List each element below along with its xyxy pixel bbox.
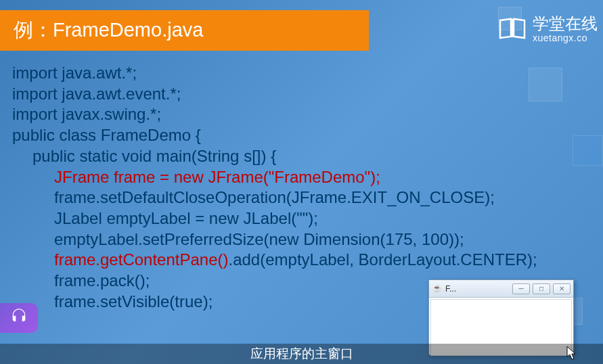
code-line: import java.awt.*; — [12, 63, 603, 84]
code-line: import java.awt.event.*; — [12, 84, 603, 105]
code-line: public static void main(String s[]) { — [12, 146, 603, 167]
xuetangx-logo: 学堂在线 xuetangx.co — [497, 15, 598, 43]
code-line: frame.getContentPane().add(emptyLabel, B… — [12, 250, 603, 271]
code-line: emptyLabel.setPreferredSize(new Dimensio… — [12, 229, 603, 250]
logo-text-en: xuetangx.co — [533, 33, 598, 43]
code-line: public class FrameDemo { — [12, 125, 603, 146]
minimize-button[interactable]: ─ — [512, 283, 530, 294]
support-button[interactable] — [0, 303, 38, 333]
window-title: F... — [445, 284, 456, 294]
logo-text-cn: 学堂在线 — [533, 15, 598, 32]
window-titlebar[interactable]: ☕ F... ─ □ ✕ — [429, 280, 573, 298]
java-icon: ☕ — [432, 283, 443, 294]
headset-icon — [9, 307, 28, 329]
code-line: JLabel emptyLabel = new JLabel(""); — [12, 208, 603, 229]
close-button[interactable]: ✕ — [553, 283, 571, 294]
code-line: JFrame frame = new JFrame("FrameDemo"); — [12, 167, 603, 188]
code-line: import javax.swing.*; — [12, 104, 603, 125]
code-line: frame.setDefaultCloseOperation(JFrame.EX… — [12, 187, 603, 208]
slide-title: 例：FrameDemo.java — [0, 10, 369, 51]
video-caption: 应用程序的主窗口 — [0, 344, 603, 364]
book-icon — [497, 15, 527, 43]
maximize-button[interactable]: □ — [533, 283, 550, 294]
